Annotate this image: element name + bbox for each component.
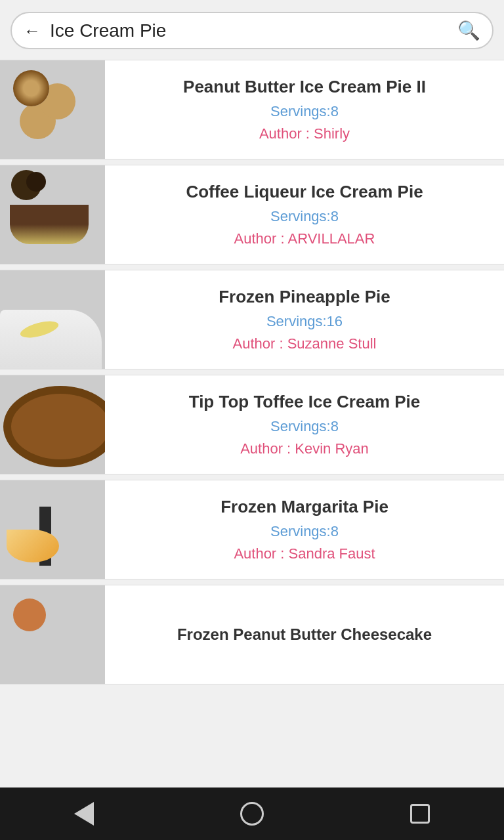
- list-item[interactable]: Frozen Pineapple Pie Servings:16 Author …: [0, 270, 504, 369]
- recipe-title: Tip Top Toffee Ice Cream Pie: [189, 392, 421, 412]
- recipe-info: Coffee Liqueur Ice Cream Pie Servings:8 …: [105, 165, 504, 264]
- list-item[interactable]: Frozen Margarita Pie Servings:8 Author :…: [0, 480, 504, 579]
- nav-home-button[interactable]: [232, 794, 272, 833]
- recipe-thumbnail: [0, 585, 105, 684]
- search-bar: ← 🔍: [10, 12, 494, 49]
- recipe-author: Author : Sandra Faust: [234, 545, 375, 562]
- recipe-list: Peanut Butter Ice Cream Pie II Servings:…: [0, 60, 504, 788]
- recipe-servings: Servings:8: [270, 103, 339, 120]
- recipe-title: Coffee Liqueur Ice Cream Pie: [186, 182, 423, 202]
- recipe-info: Tip Top Toffee Ice Cream Pie Servings:8 …: [105, 375, 504, 474]
- search-input[interactable]: [50, 20, 448, 41]
- recipe-author: Author : Suzanne Stull: [233, 335, 377, 352]
- recipe-thumbnail: [0, 480, 105, 579]
- recipe-author: Author : Kevin Ryan: [240, 440, 369, 457]
- recipe-thumbnail: [0, 375, 105, 474]
- recipe-servings: Servings:16: [266, 313, 343, 330]
- recipe-thumbnail: [0, 60, 105, 159]
- recipe-author: Author : ARVILLALAR: [234, 230, 375, 247]
- home-nav-icon: [240, 802, 264, 826]
- search-icon[interactable]: 🔍: [457, 20, 480, 41]
- recipe-title: Frozen Pineapple Pie: [219, 287, 390, 307]
- bottom-nav: [0, 788, 504, 840]
- back-nav-icon: [74, 802, 94, 826]
- recipe-author: Author : Shirly: [259, 125, 350, 142]
- recipe-servings: Servings:8: [270, 208, 339, 225]
- recipe-info: Frozen Margarita Pie Servings:8 Author :…: [105, 480, 504, 579]
- recipe-thumbnail: [0, 165, 105, 264]
- recipe-servings: Servings:8: [270, 523, 339, 540]
- list-item[interactable]: Frozen Peanut Butter Cheesecake: [0, 585, 504, 684]
- recipe-title: Peanut Butter Ice Cream Pie II: [183, 77, 426, 97]
- recipe-title: Frozen Peanut Butter Cheesecake: [177, 625, 432, 644]
- recipe-info: Peanut Butter Ice Cream Pie II Servings:…: [105, 60, 504, 159]
- recipe-thumbnail: [0, 270, 105, 369]
- recipe-info: Frozen Peanut Butter Cheesecake: [105, 585, 504, 684]
- back-button[interactable]: ←: [24, 22, 41, 39]
- nav-recents-button[interactable]: [400, 794, 440, 833]
- list-item[interactable]: Coffee Liqueur Ice Cream Pie Servings:8 …: [0, 165, 504, 264]
- recipe-servings: Servings:8: [270, 418, 339, 435]
- recipe-title: Frozen Margarita Pie: [220, 497, 388, 517]
- list-item[interactable]: Tip Top Toffee Ice Cream Pie Servings:8 …: [0, 375, 504, 474]
- recents-nav-icon: [410, 804, 430, 824]
- recipe-info: Frozen Pineapple Pie Servings:16 Author …: [105, 270, 504, 369]
- nav-back-button[interactable]: [64, 794, 104, 833]
- list-item[interactable]: Peanut Butter Ice Cream Pie II Servings:…: [0, 60, 504, 159]
